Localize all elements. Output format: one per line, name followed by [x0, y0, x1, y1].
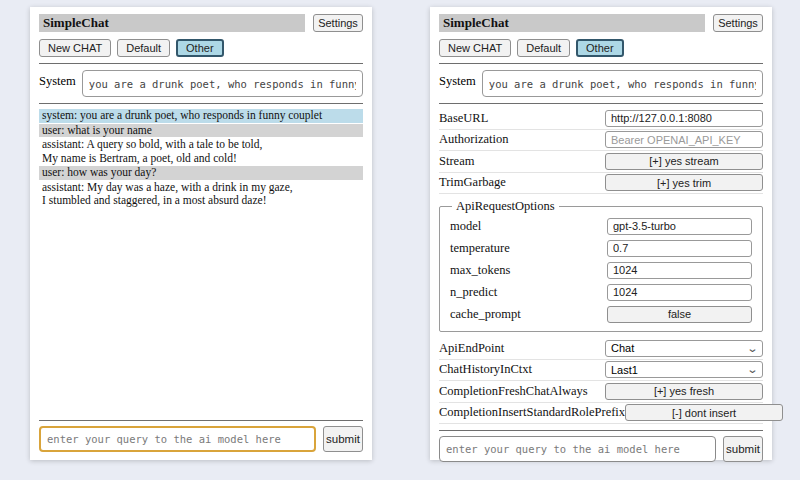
- session-tabs: New CHAT Default Other: [439, 39, 763, 57]
- setting-label: TrimGarbage: [439, 175, 605, 190]
- setting-label: max_tokens: [450, 263, 607, 278]
- query-row: submit: [439, 436, 763, 462]
- cache-prompt-toggle-button[interactable]: false: [607, 306, 752, 323]
- system-prompt-input[interactable]: [482, 70, 763, 97]
- max-tokens-input[interactable]: [607, 262, 752, 279]
- tab-default[interactable]: Default: [517, 39, 570, 57]
- select-value: Chat: [611, 342, 634, 354]
- api-request-options-fieldset: ApiRequestOptions model temperature max_…: [439, 199, 763, 332]
- settings-list: BaseURL Authorization Stream [+] yes str…: [439, 108, 763, 424]
- chathistoryinctxt-select[interactable]: Last1 ⌄: [605, 361, 763, 378]
- query-input[interactable]: [39, 426, 316, 452]
- divider: [439, 103, 763, 104]
- divider: [39, 103, 363, 104]
- system-prompt-input[interactable]: [82, 70, 363, 97]
- chevron-down-icon: ⌄: [746, 343, 758, 354]
- message-line: My name is Bertram, a poet, old and cold…: [42, 152, 360, 166]
- divider: [39, 420, 363, 421]
- message-line: I stumbled and staggered, in a most absu…: [42, 194, 360, 208]
- apiendpoint-select[interactable]: Chat ⌄: [605, 340, 763, 357]
- stream-toggle-button[interactable]: [+] yes stream: [605, 153, 763, 170]
- app-title: SimpleChat: [39, 14, 305, 32]
- setting-label: model: [450, 219, 607, 234]
- select-value: Last1: [611, 364, 638, 376]
- message-line: assistant: My day was a haze, with a dri…: [42, 181, 360, 195]
- settings-window: SimpleChat Settings New CHAT Default Oth…: [430, 7, 772, 460]
- message-line: user: how was your day?: [42, 166, 360, 180]
- message-user: user: what is your name: [39, 124, 363, 138]
- setting-row-trimgarbage: TrimGarbage [+] yes trim: [439, 173, 763, 195]
- message-line: assistant: A query so bold, with a tale …: [42, 138, 360, 152]
- setting-label: cache_prompt: [450, 307, 607, 322]
- setting-row-baseurl: BaseURL: [439, 108, 763, 130]
- system-prompt-row: System: [39, 70, 363, 97]
- completionfresh-toggle-button[interactable]: [+] yes fresh: [605, 383, 763, 400]
- message-user: user: how was your day?: [39, 166, 363, 180]
- divider: [439, 63, 763, 64]
- setting-label: CompletionFreshChatAlways: [439, 384, 605, 399]
- setting-label: temperature: [450, 241, 607, 256]
- setting-row-completionfreshchatalways: CompletionFreshChatAlways [+] yes fresh: [439, 381, 763, 403]
- setting-label: ApiEndPoint: [439, 341, 605, 356]
- authorization-input[interactable]: [605, 131, 763, 148]
- submit-button[interactable]: submit: [723, 436, 763, 462]
- flex-spacer: [39, 209, 363, 415]
- setting-row-max-tokens: max_tokens: [450, 259, 752, 281]
- setting-label: Authorization: [439, 132, 605, 147]
- system-label: System: [439, 70, 476, 89]
- temperature-input[interactable]: [607, 240, 752, 257]
- setting-row-apiendpoint: ApiEndPoint Chat ⌄: [439, 338, 763, 360]
- fieldset-legend: ApiRequestOptions: [452, 199, 559, 214]
- tab-new-chat[interactable]: New CHAT: [39, 39, 111, 57]
- tab-new-chat[interactable]: New CHAT: [439, 39, 511, 57]
- setting-row-model: model: [450, 215, 752, 237]
- message-assistant: assistant: My day was a haze, with a dri…: [39, 181, 363, 208]
- model-input[interactable]: [607, 218, 752, 235]
- query-input[interactable]: [439, 436, 716, 462]
- titlebar: SimpleChat Settings: [439, 14, 763, 32]
- setting-row-completioninsertstandardroleprefix: CompletionInsertStandardRolePrefix [-] d…: [439, 403, 763, 425]
- divider: [39, 63, 363, 64]
- trimgarbage-toggle-button[interactable]: [+] yes trim: [605, 174, 763, 191]
- roleprefix-toggle-button[interactable]: [-] dont insert: [625, 404, 783, 421]
- setting-label: ChatHistoryInCtxt: [439, 362, 605, 377]
- session-tabs: New CHAT Default Other: [39, 39, 363, 57]
- setting-row-temperature: temperature: [450, 237, 752, 259]
- message-assistant: assistant: A query so bold, with a tale …: [39, 138, 363, 165]
- submit-button[interactable]: submit: [323, 426, 363, 452]
- chat-window: SimpleChat Settings New CHAT Default Oth…: [30, 7, 372, 460]
- message-line: user: what is your name: [42, 124, 360, 138]
- setting-row-n-predict: n_predict: [450, 281, 752, 303]
- tab-other[interactable]: Other: [576, 39, 624, 57]
- n-predict-input[interactable]: [607, 284, 752, 301]
- message-system: system: you are a drunk poet, who respon…: [39, 109, 363, 123]
- setting-row-stream: Stream [+] yes stream: [439, 151, 763, 173]
- app-title: SimpleChat: [439, 14, 705, 32]
- titlebar: SimpleChat Settings: [39, 14, 363, 32]
- divider: [439, 430, 763, 431]
- query-row: submit: [39, 426, 363, 452]
- setting-row-chathistoryinctxt: ChatHistoryInCtxt Last1 ⌄: [439, 360, 763, 382]
- settings-button[interactable]: Settings: [313, 14, 363, 32]
- system-prompt-row: System: [439, 70, 763, 97]
- setting-label: CompletionInsertStandardRolePrefix: [439, 405, 625, 420]
- baseurl-input[interactable]: [605, 110, 763, 127]
- message-line: system: you are a drunk poet, who respon…: [42, 109, 360, 123]
- tab-other[interactable]: Other: [176, 39, 224, 57]
- setting-label: n_predict: [450, 285, 607, 300]
- settings-button[interactable]: Settings: [713, 14, 763, 32]
- setting-row-authorization: Authorization: [439, 130, 763, 152]
- tab-default[interactable]: Default: [117, 39, 170, 57]
- chat-messages: system: you are a drunk poet, who respon…: [39, 109, 363, 209]
- setting-label: BaseURL: [439, 111, 605, 126]
- setting-label: Stream: [439, 154, 605, 169]
- chevron-down-icon: ⌄: [746, 364, 758, 375]
- setting-row-cache-prompt: cache_prompt false: [450, 303, 752, 325]
- system-label: System: [39, 70, 76, 89]
